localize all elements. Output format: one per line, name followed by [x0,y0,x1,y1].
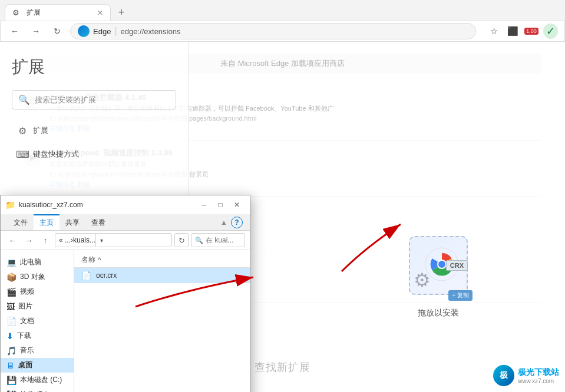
fe-up-btn[interactable]: ↑ [38,233,52,247]
favorites-icon[interactable]: ☆ [485,23,502,39]
refresh-button[interactable]: ↻ [49,23,65,39]
forward-button[interactable]: → [28,23,44,39]
fe-crx-name: ocr.crx [96,271,117,280]
fe-ribbon-arrow: ▲ [220,218,227,227]
fe-ddrive-label: 软件 (D:) [20,390,48,392]
url-divider: | [114,26,117,36]
fe-sidebar: 💻 此电脑 📦 3D 对象 🎬 视频 🖼 图片 📄 文档 [1,250,74,392]
active-tab[interactable]: ⚙ 扩展 ✕ [5,4,111,21]
fe-ddrive-icon: 💾 [6,390,16,393]
sidebar-item-extensions[interactable]: ⚙ 扩展 [12,119,176,142]
extensions-icon: ⚙ [16,125,28,137]
fe-search-box[interactable]: 🔍 [191,233,245,247]
fe-tab-share[interactable]: 共享 [60,214,85,230]
fe-tab-view[interactable]: 查看 [85,214,111,230]
fe-cdrive-label: 本地磁盘 (C:) [20,375,62,385]
fe-pictures-icon: 🖼 [6,302,15,311]
watermark-text-block: 极光下载站 www.xz7.com [518,367,559,384]
fe-docs-icon: 📄 [6,317,16,326]
page-content: 来自 Microsoft Edge 加载项应用商店 🛡 AdGuard 广告拦截… [0,42,565,392]
edge-shield-icon[interactable]: ✓ [542,23,559,39]
fe-desktop-icon: 🖥 [6,361,15,370]
fe-3d-label: 3D 对象 [20,272,45,282]
sidebar-item-shortcuts[interactable]: ⌨ 键盘快捷方式 [12,142,176,166]
fe-sidebar-cdrive[interactable]: 💾 本地磁盘 (C:) [1,373,74,387]
extensions-label: 扩展 [33,125,48,136]
fe-file-item-crx[interactable]: 📄 ocr.crx [74,268,250,283]
fe-breadcrumb[interactable]: « ... › kuais... ▾ [55,233,172,247]
tab-close-btn[interactable]: ✕ [97,9,103,17]
fe-pictures-label: 图片 [18,301,32,311]
watermark: 极 极光下载站 www.xz7.com [493,365,559,386]
fe-video-icon: 🎬 [6,287,16,297]
fe-ribbon: 文件 主页 共享 查看 ▲ ? [1,214,250,231]
fe-sidebar-ddrive[interactable]: 💾 软件 (D:) [1,387,74,392]
fe-breadcrumb-item1: « ... [59,236,71,244]
fe-search-icon: 🔍 [195,237,203,244]
crx-drop-area: ⚙ CRX + 复制 拖放以安装 [409,236,468,318]
fe-sidebar-docs[interactable]: 📄 文档 [1,314,74,328]
tab-bar: ⚙ 扩展 ✕ + [0,0,565,21]
new-tab-button[interactable]: + [113,4,130,21]
fe-desktop-label: 桌面 [18,360,32,370]
tab-icon: ⚙ [12,8,22,18]
svg-point-2 [438,261,445,268]
fe-refresh-btn[interactable]: ↻ [174,233,189,247]
fe-sidebar-downloads[interactable]: ⬇ 下载 [1,328,74,343]
update-badge: 1.00 [524,28,538,35]
search-input[interactable] [35,95,170,104]
fe-close-btn[interactable]: ✕ [229,199,245,211]
fe-tab-home[interactable]: 主页 [34,214,60,230]
fe-3d-icon: 📦 [6,273,16,282]
fe-folder-icon: 📁 [5,200,15,210]
fe-crx-icon: 📄 [81,271,91,280]
fe-minimize-btn[interactable]: ─ [196,199,212,211]
fe-sidebar-pictures[interactable]: 🖼 图片 [1,299,74,314]
crx-type-label: CRX [446,260,468,271]
fe-titlebar: 📁 kuaisutiocr_xz7.com ─ □ ✕ [1,195,250,214]
edge-logo [78,25,90,37]
fe-video-label: 视频 [20,287,34,297]
fe-maximize-btn[interactable]: □ [212,199,229,211]
fe-sidebar-3d[interactable]: 📦 3D 对象 [1,270,74,284]
crx-label: 拖放以安装 [418,308,459,318]
fe-search-input[interactable] [206,236,241,244]
find-new-text: 查找新扩展 [255,361,310,373]
fe-music-label: 音乐 [20,346,34,356]
fe-back-btn[interactable]: ← [5,233,19,247]
fe-ribbon-tabs: 文件 主页 共享 查看 [3,214,116,230]
fe-downloads-icon: ⬇ [6,331,14,341]
fe-breadcrumb-item2: kuais... [73,236,95,244]
fe-sidebar-video[interactable]: 🎬 视频 [1,284,74,299]
search-box[interactable]: 🔍 [12,90,176,109]
fe-sidebar-computer[interactable]: 💻 此电脑 [1,255,74,270]
fe-title: kuaisutiocr_xz7.com [19,201,196,209]
keyboard-icon: ⌨ [16,148,28,160]
file-explorer-window: 📁 kuaisutiocr_xz7.com ─ □ ✕ 文件 主页 共享 查看 … [0,195,250,392]
fe-cdrive-icon: 💾 [6,376,16,385]
fe-toolbar: ← → ↑ « ... › kuais... ▾ ↻ 🔍 [1,231,250,250]
browser-chrome: ⚙ 扩展 ✕ + ← → ↻ Edge | edge://extensions … [0,0,565,42]
fe-downloads-label: 下载 [17,331,31,341]
watermark-logo: 极 [493,365,514,386]
fe-breadcrumb-dropdown[interactable]: ▾ [95,233,107,247]
fe-sort-icon: ^ [98,256,101,264]
fe-sidebar-desktop[interactable]: 🖥 桌面 [1,358,74,373]
fe-docs-label: 文档 [20,316,34,326]
fe-main-area: 名称 ^ 📄 ocr.crx [74,250,250,392]
fe-window-buttons: ─ □ ✕ [196,199,245,211]
fe-sidebar-music[interactable]: 🎵 音乐 [1,343,74,358]
toolbar-icons: ☆ ⬛ 1.00 ✓ [485,23,559,39]
fe-help-btn[interactable]: ? [231,217,243,228]
fe-forward-btn[interactable]: → [22,233,36,247]
fe-computer-icon: 💻 [6,258,16,267]
fe-tab-file[interactable]: 文件 [8,214,34,230]
url-box[interactable]: Edge | edge://extensions [70,23,476,39]
badge-icon[interactable]: 1.00 [523,23,540,39]
collections-icon[interactable]: ⬛ [504,23,521,39]
watermark-main: 极光下载站 [518,367,559,378]
fe-body: 💻 此电脑 📦 3D 对象 🎬 视频 🖼 图片 📄 文档 [1,250,250,392]
back-button[interactable]: ← [6,23,23,39]
watermark-sub: www.xz7.com [518,378,559,384]
shortcuts-label: 键盘快捷方式 [33,149,79,160]
